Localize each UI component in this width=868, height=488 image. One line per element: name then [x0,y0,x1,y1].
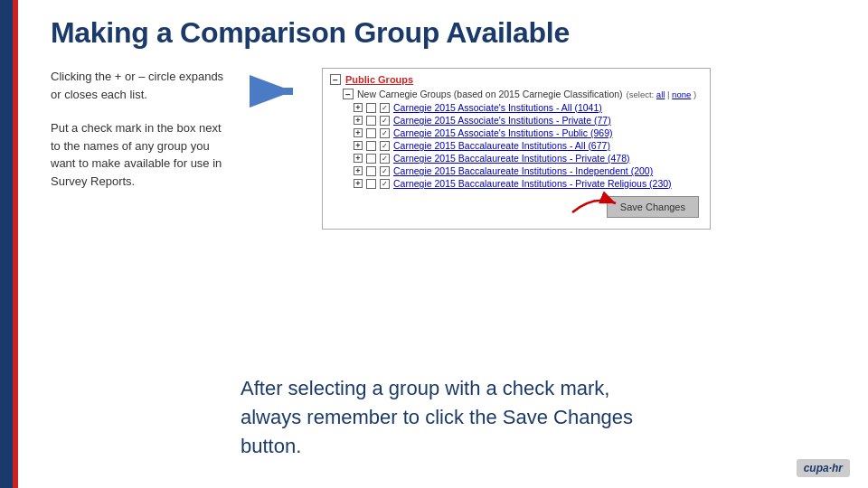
checkbox-outer-1[interactable] [366,116,376,126]
cupa-hr-logo: cupa·hr [797,459,850,477]
group-row-3: + ✓ Carnegie 2015 Baccalaureate Institut… [354,140,703,151]
checkbox-inner-0[interactable]: ✓ [380,103,390,113]
left-instructions: Clicking the + or – circle expands or cl… [51,68,231,206]
checkbox-outer-4[interactable] [366,154,376,164]
red-bar [13,0,18,488]
public-groups-label: Public Groups [345,74,413,85]
right-arrow-icon [250,75,299,108]
group-row-1: + ✓ Carnegie 2015 Associate's Institutio… [354,115,703,126]
group-label-2: Carnegie 2015 Associate's Institutions -… [393,127,612,138]
group-label-1: Carnegie 2015 Associate's Institutions -… [393,115,611,126]
checkbox-inner-1[interactable]: ✓ [380,116,390,126]
arrow-container [250,68,304,108]
instruction-text-2: Put a check mark in the box next to the … [51,119,231,190]
group-row-4: + ✓ Carnegie 2015 Baccalaureate Institut… [354,153,703,164]
expand-icon-1[interactable]: + [354,116,363,125]
save-btn-container: Save Changes [330,196,703,223]
checkbox-inner-4[interactable]: ✓ [380,154,390,164]
select-links: (select: all | none ) [627,89,696,99]
select-all-link[interactable]: all [656,89,665,99]
group-label-5: Carnegie 2015 Baccalaureate Institutions… [393,165,653,176]
group-row-5: + ✓ Carnegie 2015 Baccalaureate Institut… [354,165,703,176]
instruction-text-1: Clicking the + or – circle expands or cl… [51,68,231,103]
checkbox-outer-5[interactable] [366,166,376,176]
group-row-0: + ✓ Carnegie 2015 Associate's Institutio… [354,102,703,113]
group-label-0: Carnegie 2015 Associate's Institutions -… [393,102,602,113]
group-row-6: + ✓ Carnegie 2015 Baccalaureate Institut… [354,178,703,189]
expand-icon-6[interactable]: + [354,179,363,188]
page-title: Making a Comparison Group Available [51,16,841,50]
group-label-6: Carnegie 2015 Baccalaureate Institutions… [393,178,672,189]
select-none-link[interactable]: none [672,89,691,99]
checkbox-inner-6[interactable]: ✓ [380,179,390,189]
expand-icon-5[interactable]: + [354,166,363,175]
red-arrow-to-save-icon [567,191,621,216]
body-area: Clicking the + or – circle expands or cl… [51,68,841,230]
public-groups-row: − Public Groups [330,74,703,85]
new-carnegie-collapse-icon[interactable]: − [343,89,354,99]
checkbox-inner-2[interactable]: ✓ [380,128,390,138]
mockup-inner: − Public Groups − New Carnegie Groups (b… [323,69,710,229]
main-content: Making a Comparison Group Available Clic… [24,0,868,488]
expand-icon-4[interactable]: + [354,154,363,163]
checkbox-outer-6[interactable] [366,179,376,189]
group-row-2: + ✓ Carnegie 2015 Associate's Institutio… [354,127,703,138]
bottom-text: After selecting a group with a check mar… [241,374,675,461]
group-label-4: Carnegie 2015 Baccalaureate Institutions… [393,153,629,164]
ui-mockup: − Public Groups − New Carnegie Groups (b… [322,68,711,230]
checkbox-outer-3[interactable] [366,141,376,151]
new-carnegie-header-row: − New Carnegie Groups (based on 2015 Car… [343,89,703,99]
checkbox-inner-5[interactable]: ✓ [380,166,390,176]
collapse-icon[interactable]: − [330,74,341,85]
new-carnegie-label: New Carnegie Groups (based on 2015 Carne… [357,89,623,99]
left-bar [0,0,13,488]
group-label-3: Carnegie 2015 Baccalaureate Institutions… [393,140,610,151]
expand-icon-0[interactable]: + [354,103,363,112]
expand-icon-2[interactable]: + [354,128,363,137]
logo-area: cupa·hr [797,459,850,477]
checkbox-outer-2[interactable] [366,128,376,138]
checkbox-inner-3[interactable]: ✓ [380,141,390,151]
expand-icon-3[interactable]: + [354,141,363,150]
checkbox-outer-0[interactable] [366,103,376,113]
